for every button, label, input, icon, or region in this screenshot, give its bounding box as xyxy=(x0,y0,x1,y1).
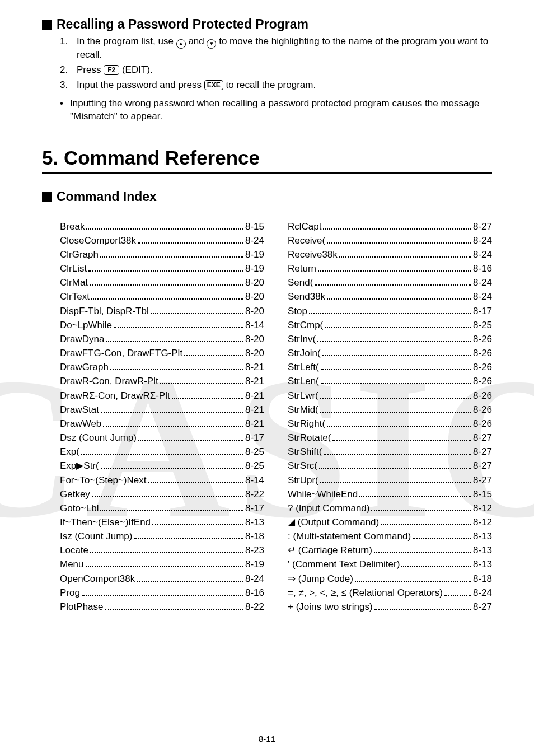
leader-dots xyxy=(327,290,471,300)
index-label: DrawFTG-Con, DrawFTG-Plt xyxy=(60,346,182,360)
index-entry: DrawR-Con, DrawR-Plt8-21 xyxy=(60,374,264,388)
square-bullet-icon xyxy=(42,20,52,30)
leader-dots xyxy=(325,318,471,328)
index-page: 8-26 xyxy=(473,374,492,388)
leader-dots xyxy=(355,572,471,581)
index-page: 8-24 xyxy=(473,276,492,290)
index-label: DrawStat xyxy=(60,403,99,417)
index-page: 8-19 xyxy=(245,262,264,276)
page-body: Recalling a Password Protected Program 1… xyxy=(0,0,534,614)
index-entry: Locate8-23 xyxy=(60,543,264,557)
index-label: ClrText xyxy=(60,290,90,304)
index-label: Do~LpWhile xyxy=(60,318,112,332)
index-entry: DrawDyna8-20 xyxy=(60,332,264,346)
index-label: DrawR-Con, DrawR-Plt xyxy=(60,374,158,388)
leader-dots xyxy=(321,361,471,370)
index-entry: Dsz (Count Jump)8-17 xyxy=(60,431,264,445)
index-entry: ? (Input Command)8-12 xyxy=(288,501,492,515)
index-label: StrLen( xyxy=(288,374,319,388)
index-page: 8-26 xyxy=(473,403,492,417)
index-page: 8-16 xyxy=(473,262,492,276)
index-entry: Receive38k8-24 xyxy=(288,248,492,262)
index-label: StrJoin( xyxy=(288,346,321,360)
step-text: Press F2 (EDIT). xyxy=(77,64,153,77)
index-label: : (Multi-statement Command) xyxy=(288,529,411,543)
index-entry: Getkey8-22 xyxy=(60,487,264,501)
leader-dots xyxy=(101,403,243,412)
leader-dots xyxy=(160,375,243,384)
index-entry: StrSrc(8-27 xyxy=(288,459,492,473)
index-page: 8-27 xyxy=(473,459,492,473)
index-page: 8-24 xyxy=(473,586,492,600)
index-page: 8-26 xyxy=(473,360,492,374)
index-entry: =, ≠, >, <, ≥, ≤ (Relational Operators)8… xyxy=(288,586,492,600)
index-label: ClrMat xyxy=(60,276,88,290)
index-entry: While~WhileEnd8-15 xyxy=(288,487,492,501)
index-entry: StrJoin(8-26 xyxy=(288,346,492,360)
index-page: 8-21 xyxy=(245,374,264,388)
step-number: 2. xyxy=(60,64,77,77)
index-page: 8-18 xyxy=(473,572,492,586)
leader-dots xyxy=(317,333,471,342)
index-page: 8-13 xyxy=(473,557,492,571)
index-entry: StrUpr(8-27 xyxy=(288,473,492,487)
index-label: ClrList xyxy=(60,262,87,276)
leader-dots xyxy=(81,445,243,455)
bullet-note: • Inputting the wrong password when reca… xyxy=(60,97,492,123)
index-entry: For~To~(Step~)Next8-14 xyxy=(60,473,264,487)
index-page: 8-17 xyxy=(245,431,264,445)
leader-dots xyxy=(374,544,471,553)
leader-dots xyxy=(105,600,243,610)
index-page: 8-27 xyxy=(473,431,492,445)
leader-dots xyxy=(332,431,471,441)
index-entry: Isz (Count Jump)8-18 xyxy=(60,529,264,543)
leader-dots xyxy=(114,318,243,328)
index-label: Isz (Count Jump) xyxy=(60,529,132,543)
index-entry: DrawWeb8-21 xyxy=(60,417,264,431)
leader-dots xyxy=(327,417,471,427)
index-page: 8-24 xyxy=(473,234,492,248)
index-label: Exp▶Str( xyxy=(60,459,99,473)
leader-dots xyxy=(320,403,471,412)
index-label: StrRight( xyxy=(288,417,325,431)
index-page: 8-13 xyxy=(473,529,492,543)
index-label: ClrGraph xyxy=(60,248,99,262)
leader-dots xyxy=(134,530,243,539)
index-entry: Goto~Lbl8-17 xyxy=(60,501,264,515)
index-entry: Send(8-24 xyxy=(288,276,492,290)
index-label: Goto~Lbl xyxy=(60,501,99,515)
index-page: 8-14 xyxy=(245,318,264,332)
index-label: StrShift( xyxy=(288,445,322,459)
index-label: Return xyxy=(288,262,316,276)
index-page: 8-26 xyxy=(473,389,492,403)
index-entry: DrawStat8-21 xyxy=(60,403,264,417)
index-entry: StrMid(8-26 xyxy=(288,403,492,417)
index-label: OpenComport38k xyxy=(60,572,135,586)
leader-dots xyxy=(152,516,243,525)
leader-dots xyxy=(413,530,471,539)
index-page: 8-24 xyxy=(473,248,492,262)
index-entry: ClrList8-19 xyxy=(60,262,264,276)
step-3: 3. Input the password and press EXE to r… xyxy=(60,79,492,92)
index-entry: Prog8-16 xyxy=(60,586,264,600)
index-page: 8-17 xyxy=(245,501,264,515)
index-entry: DrawFTG-Con, DrawFTG-Plt8-20 xyxy=(60,346,264,360)
leader-dots xyxy=(320,389,471,398)
index-label: + (Joins two strings) xyxy=(288,600,373,614)
index-page: 8-21 xyxy=(245,360,264,374)
down-key-icon: ▼ xyxy=(207,39,216,49)
leader-dots xyxy=(359,487,471,497)
leader-dots xyxy=(91,290,243,300)
index-page: 8-22 xyxy=(245,600,264,614)
index-label: ⇒ (Jump Code) xyxy=(288,572,353,586)
index-label: ? (Input Command) xyxy=(288,501,369,515)
index-label: DrawDyna xyxy=(60,332,104,346)
leader-dots xyxy=(319,459,471,469)
index-label: =, ≠, >, <, ≥, ≤ (Relational Operators) xyxy=(288,586,443,600)
leader-dots xyxy=(172,389,243,398)
index-label: While~WhileEnd xyxy=(288,487,358,501)
leader-dots xyxy=(86,558,243,567)
up-key-icon: ▲ xyxy=(176,39,186,49)
leader-dots xyxy=(92,487,243,497)
leader-dots xyxy=(371,502,471,511)
